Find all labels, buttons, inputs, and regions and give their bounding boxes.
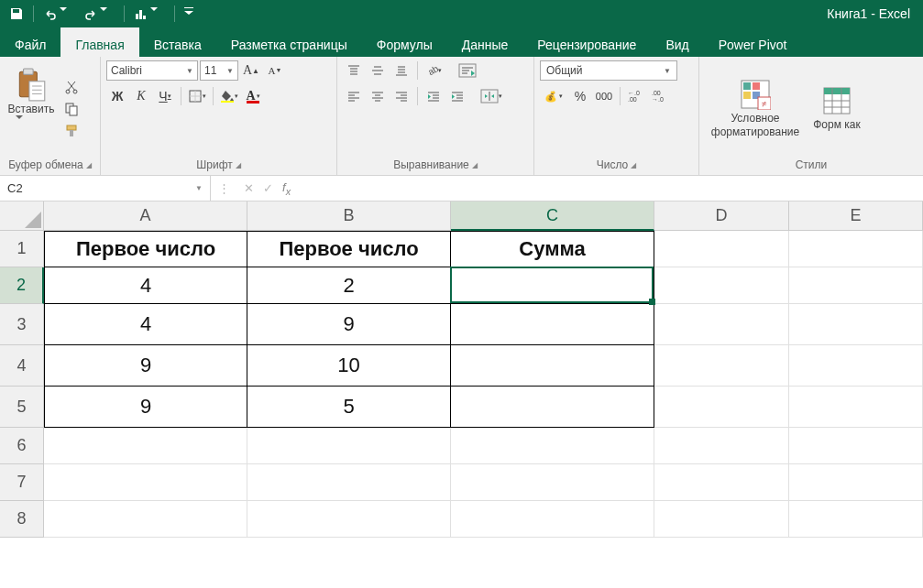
cell[interactable] xyxy=(247,501,451,538)
dialog-launcher-icon[interactable]: ◢ xyxy=(631,161,636,169)
row-header[interactable]: 4 xyxy=(0,345,44,387)
bold-button[interactable]: Ж xyxy=(106,86,128,106)
cell[interactable] xyxy=(789,428,923,464)
cut-button[interactable] xyxy=(60,77,82,97)
undo-button[interactable] xyxy=(39,4,78,25)
fill-color-button[interactable]: ▾ xyxy=(218,86,240,106)
fx-icon[interactable]: fx xyxy=(282,180,291,197)
cell[interactable] xyxy=(451,304,654,345)
cell[interactable] xyxy=(451,267,654,304)
cell[interactable] xyxy=(654,267,789,304)
column-header[interactable]: D xyxy=(654,201,789,231)
cell[interactable] xyxy=(654,464,789,501)
cell[interactable]: 9 xyxy=(44,345,247,387)
cell[interactable]: 9 xyxy=(44,387,247,428)
save-button[interactable] xyxy=(5,5,27,23)
cell[interactable] xyxy=(654,304,789,345)
copy-button[interactable] xyxy=(60,99,82,119)
row-header[interactable]: 7 xyxy=(0,464,44,501)
align-bottom-button[interactable] xyxy=(390,60,412,81)
decrease-font-button[interactable]: A▼ xyxy=(264,60,286,81)
qat-customize-button[interactable] xyxy=(181,5,203,23)
cell[interactable]: 4 xyxy=(44,267,247,304)
cell[interactable] xyxy=(654,345,789,387)
tab-power pivot[interactable]: Power Pivot xyxy=(704,27,802,57)
accounting-format-button[interactable]: 💰▾ xyxy=(540,86,567,106)
select-all-corner[interactable] xyxy=(0,201,44,231)
dialog-launcher-icon[interactable]: ◢ xyxy=(236,161,241,169)
tab-главная[interactable]: Главная xyxy=(60,27,138,57)
font-color-button[interactable]: A▾ xyxy=(242,86,264,106)
percent-button[interactable]: % xyxy=(569,86,591,106)
align-right-button[interactable] xyxy=(390,86,412,106)
row-header[interactable]: 1 xyxy=(0,231,44,267)
cell[interactable] xyxy=(451,428,654,464)
increase-font-button[interactable]: A▲ xyxy=(240,60,262,81)
cell[interactable]: Первое число xyxy=(247,231,451,267)
tab-вставка[interactable]: Вставка xyxy=(139,27,216,57)
cell[interactable] xyxy=(654,231,789,267)
cell[interactable] xyxy=(789,501,923,538)
cell[interactable] xyxy=(44,501,247,538)
cell[interactable]: 9 xyxy=(247,304,451,345)
column-header[interactable]: E xyxy=(789,201,923,231)
tab-разметка страницы[interactable]: Разметка страницы xyxy=(216,27,362,57)
tab-рецензирование[interactable]: Рецензирование xyxy=(522,27,651,57)
row-header[interactable]: 5 xyxy=(0,387,44,428)
increase-indent-button[interactable] xyxy=(446,86,468,106)
chart-button[interactable] xyxy=(130,4,169,25)
row-header[interactable]: 2 xyxy=(0,267,44,304)
merge-button[interactable]: ▾ xyxy=(478,86,505,106)
align-middle-button[interactable] xyxy=(367,60,389,81)
column-header[interactable]: B xyxy=(247,201,451,231)
font-name-combo[interactable]: Calibri▼ xyxy=(106,60,198,81)
row-header[interactable]: 8 xyxy=(0,501,44,538)
format-painter-button[interactable] xyxy=(60,121,82,141)
cell[interactable] xyxy=(789,304,923,345)
redo-button[interactable] xyxy=(80,4,118,25)
cell[interactable] xyxy=(451,345,654,387)
cell[interactable]: 2 xyxy=(247,267,451,304)
cell[interactable] xyxy=(789,387,923,428)
cell[interactable] xyxy=(789,464,923,501)
decrease-indent-button[interactable] xyxy=(423,86,445,106)
cell[interactable] xyxy=(451,387,654,428)
cell[interactable] xyxy=(789,231,923,267)
italic-button[interactable]: К xyxy=(130,86,152,106)
cell[interactable] xyxy=(247,428,451,464)
wrap-text-button[interactable] xyxy=(454,60,481,81)
tab-вид[interactable]: Вид xyxy=(651,27,703,57)
cancel-formula-button[interactable]: ✕ xyxy=(244,181,254,195)
accept-formula-button[interactable]: ✓ xyxy=(263,181,273,195)
number-format-combo[interactable]: Общий▼ xyxy=(540,60,677,81)
paste-button[interactable]: Вставить xyxy=(5,65,57,153)
formula-input[interactable] xyxy=(305,181,923,195)
align-left-button[interactable] xyxy=(343,86,365,106)
conditional-formatting-button[interactable]: ≠ Условное форматирование xyxy=(705,79,806,138)
cell[interactable] xyxy=(654,428,789,464)
cell[interactable] xyxy=(44,428,247,464)
align-top-button[interactable] xyxy=(343,60,365,81)
increase-decimal-button[interactable]: ←.0.00 xyxy=(625,86,647,106)
cell[interactable] xyxy=(44,464,247,501)
cell[interactable] xyxy=(654,501,789,538)
cell[interactable] xyxy=(247,464,451,501)
orientation-button[interactable]: ab▾ xyxy=(423,60,445,81)
cell[interactable] xyxy=(789,345,923,387)
tab-данные[interactable]: Данные xyxy=(447,27,523,57)
name-box[interactable]: C2▼ xyxy=(0,176,211,201)
cell[interactable] xyxy=(789,267,923,304)
dialog-launcher-icon[interactable]: ◢ xyxy=(472,161,478,169)
cell[interactable] xyxy=(451,501,654,538)
cell[interactable] xyxy=(654,387,789,428)
cell[interactable]: Первое число xyxy=(44,231,247,267)
decrease-decimal-button[interactable]: .00→.0 xyxy=(649,86,671,106)
cell[interactable]: 10 xyxy=(247,345,451,387)
row-header[interactable]: 6 xyxy=(0,428,44,464)
cell[interactable]: 5 xyxy=(247,387,451,428)
cell[interactable]: 4 xyxy=(44,304,247,345)
borders-button[interactable]: ▾ xyxy=(186,86,208,106)
row-header[interactable]: 3 xyxy=(0,304,44,345)
tab-формулы[interactable]: Формулы xyxy=(362,27,447,57)
format-as-table-button[interactable]: Форм как xyxy=(809,85,864,131)
